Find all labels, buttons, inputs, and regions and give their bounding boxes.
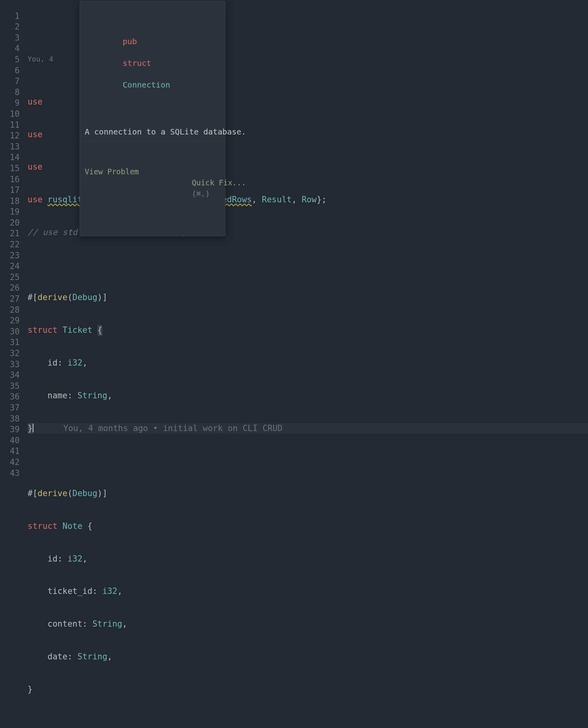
- hover-tooltip: pub struct Connection A connection to a …: [80, 1, 225, 236]
- line-number: 10: [0, 109, 20, 120]
- line-number: 35: [0, 381, 20, 392]
- line-number: 34: [0, 370, 20, 381]
- hover-actions: View Problem Quick Fix... (⌘.): [80, 163, 225, 214]
- line-number: 38: [0, 414, 20, 425]
- hover-description: A connection to a SQLite database.: [80, 124, 225, 142]
- line-number: 33: [0, 359, 20, 370]
- line-number: 27: [0, 294, 20, 305]
- code-line: [28, 260, 588, 271]
- keyword-struct: struct: [123, 58, 151, 68]
- line-number: 42: [0, 457, 20, 468]
- code-line: struct Ticket {: [28, 325, 588, 336]
- code-line: struct Note {: [28, 521, 588, 532]
- line-number: 11: [0, 120, 20, 131]
- line-number: 1: [0, 11, 20, 22]
- code-line: name: String,: [28, 390, 588, 401]
- line-number: 21: [0, 228, 20, 239]
- type-name: Connection: [123, 80, 170, 90]
- code-line: [28, 717, 588, 728]
- code-area[interactable]: pub struct Connection A connection to a …: [28, 0, 588, 728]
- line-number: 43: [0, 468, 20, 479]
- line-number: 12: [0, 131, 20, 142]
- line-number: 18: [0, 196, 20, 207]
- code-line: date: String,: [28, 651, 588, 663]
- line-number: 20: [0, 218, 20, 229]
- line-number: 19: [0, 207, 20, 218]
- hover-signature: pub struct Connection: [80, 23, 225, 102]
- line-number: 41: [0, 446, 20, 457]
- code-line: [28, 455, 588, 467]
- line-number: 4: [0, 43, 20, 54]
- line-number: 14: [0, 152, 20, 163]
- line-number: 24: [0, 261, 20, 272]
- line-number: 13: [0, 142, 20, 153]
- code-line: id: i32,: [28, 554, 588, 565]
- line-number: 7: [0, 76, 20, 87]
- line-number: 23: [0, 250, 20, 261]
- code-line: #[derive(Debug)]: [28, 488, 588, 499]
- view-problem-link[interactable]: View Problem: [85, 166, 139, 210]
- line-number: 31: [0, 337, 20, 348]
- line-number: 17: [0, 185, 20, 196]
- code-line: }: [28, 684, 588, 695]
- line-number: 30: [0, 327, 20, 338]
- code-line: content: String,: [28, 619, 588, 630]
- code-line: ticket_id: i32,: [28, 586, 588, 597]
- line-number: 39: [0, 424, 20, 435]
- line-number-gutter: 1 2 3 4 5 6 7 8 9 10 11 12 13 14 15 16 1…: [0, 0, 28, 728]
- line-number: 15: [0, 163, 20, 174]
- line-number: 5: [0, 54, 20, 65]
- code-line-active: } You, 4 months ago • initial work on CL…: [28, 423, 588, 434]
- line-number: 40: [0, 435, 20, 446]
- line-number: 6: [0, 65, 20, 77]
- line-number: 37: [0, 403, 20, 414]
- inline-git-blame[interactable]: You, 4 months ago • initial work on CLI …: [63, 423, 283, 434]
- line-number: 36: [0, 392, 20, 403]
- line-number: 8: [0, 87, 20, 98]
- keyword-pub: pub: [123, 37, 137, 46]
- quick-fix-shortcut: (⌘.): [192, 189, 210, 198]
- line-number: 29: [0, 315, 20, 327]
- line-number: 2: [0, 22, 20, 33]
- line-number: 26: [0, 283, 20, 294]
- code-editor[interactable]: 1 2 3 4 5 6 7 8 9 10 11 12 13 14 15 16 1…: [0, 0, 588, 728]
- line-number: 3: [0, 33, 20, 44]
- code-line: #[derive(Debug)]: [28, 292, 588, 303]
- codelens-blame[interactable]: You, 4: [28, 54, 53, 65]
- line-number: 32: [0, 348, 20, 359]
- line-number: 9: [0, 98, 20, 109]
- line-number: 22: [0, 239, 20, 250]
- line-number: 25: [0, 272, 20, 283]
- line-number: 16: [0, 174, 20, 185]
- code-line: id: i32,: [28, 358, 588, 369]
- quick-fix-link[interactable]: Quick Fix...: [192, 178, 246, 187]
- line-number: 28: [0, 305, 20, 316]
